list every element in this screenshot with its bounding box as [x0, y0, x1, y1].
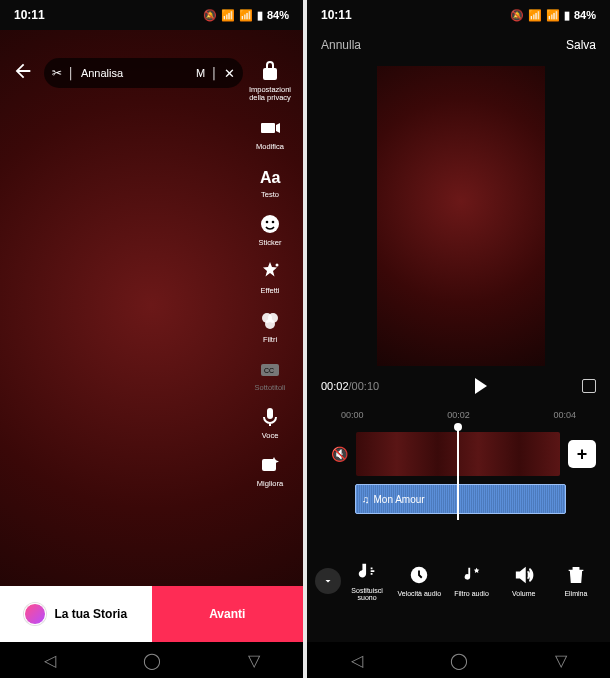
audio-clip[interactable]: ♫ Mon Amour	[355, 484, 566, 514]
svg-rect-11	[267, 408, 273, 419]
svg-rect-0	[261, 123, 275, 133]
tool-volume[interactable]: Volume	[498, 563, 550, 598]
enhance-icon	[257, 452, 283, 478]
filters-icon	[257, 308, 283, 334]
tool-text[interactable]: Aa Testo	[257, 163, 283, 199]
tool-sticker[interactable]: Sticker	[257, 211, 283, 247]
tool-label: Sottotitoli	[255, 384, 286, 392]
wifi-icon: 📶	[528, 9, 542, 22]
battery-icon: ▮	[257, 9, 263, 22]
clock: 10:11	[14, 8, 45, 22]
tool-filters[interactable]: Filtri	[257, 308, 283, 344]
clock: 10:11	[321, 8, 352, 22]
video-track[interactable]: 🔇 +	[331, 432, 596, 476]
text-icon: Aa	[257, 163, 283, 189]
editor-header: Annulla Salva	[321, 38, 596, 52]
track-extra: M	[196, 67, 205, 79]
tick: 00:02	[447, 410, 470, 420]
tick: 00:04	[553, 410, 576, 420]
content-area: ✂ │ Annalisa M │ ✕ Impostazioni della pr…	[0, 30, 303, 642]
avatar	[24, 603, 46, 625]
tool-label: Migliora	[257, 480, 283, 488]
tool-label: Filtri	[263, 336, 277, 344]
collapse-button[interactable]	[315, 568, 341, 594]
tool-audio-filter[interactable]: Filtro audio	[445, 563, 497, 598]
battery-pct: 84%	[267, 9, 289, 21]
duration-value: 00:10	[352, 380, 380, 392]
speed-icon	[407, 563, 431, 587]
music-pill[interactable]: ✂ │ Annalisa M │ ✕	[44, 58, 243, 88]
mute-icon[interactable]: 🔇	[331, 446, 348, 462]
dnd-icon: 🔕	[510, 9, 524, 22]
divider: │	[68, 67, 75, 79]
svg-text:CC: CC	[264, 367, 274, 374]
next-label: Avanti	[209, 607, 245, 621]
volume-icon	[512, 563, 536, 587]
tool-captions[interactable]: CC Sottotitoli	[255, 356, 286, 392]
tool-delete[interactable]: Elimina	[550, 563, 602, 598]
svg-point-2	[261, 215, 279, 233]
signal-icon: 📶	[546, 9, 560, 22]
editor-area: Annulla Salva 00:02/00:10 00:00 00:02 00…	[307, 30, 610, 642]
fullscreen-button[interactable]	[582, 379, 596, 393]
video-preview[interactable]	[377, 66, 545, 366]
add-clip-button[interactable]: +	[568, 440, 596, 468]
music-note-icon: ♫	[362, 494, 370, 505]
tool-edit[interactable]: Modifica	[256, 115, 284, 151]
time-row: 00:02/00:10	[321, 378, 596, 394]
your-story-button[interactable]: La tua Storia	[0, 586, 152, 642]
wifi-icon: 📶	[221, 9, 235, 22]
captions-icon: CC	[257, 356, 283, 382]
nav-back[interactable]: ◁	[44, 651, 56, 670]
divider: │	[211, 67, 218, 79]
battery-pct: 84%	[574, 9, 596, 21]
nav-home[interactable]: ◯	[450, 651, 468, 670]
audio-filter-icon	[460, 563, 484, 587]
svg-point-8	[265, 319, 275, 329]
status-icons: 🔕 📶 📶 ▮ 84%	[510, 9, 596, 22]
tool-label: Elimina	[564, 590, 587, 598]
play-button[interactable]	[475, 378, 487, 394]
tool-label: Filtro audio	[454, 590, 489, 598]
tool-label: Effetti	[260, 287, 279, 295]
edit-toolbar: Sostituisci suono Velocità audio Filtro …	[315, 560, 602, 602]
tool-label: Impostazioni della privacy	[243, 86, 297, 103]
remove-music-button[interactable]: ✕	[224, 66, 235, 81]
signal-icon: 📶	[239, 9, 253, 22]
audio-edit-screen: 10:11 🔕 📶 📶 ▮ 84% Annulla Salva 00:02/00…	[307, 0, 610, 678]
svg-point-3	[266, 221, 269, 224]
save-button[interactable]: Salva	[566, 38, 596, 52]
android-nav: ◁ ◯ ▽	[307, 642, 610, 678]
tick: 00:00	[341, 410, 364, 420]
next-button[interactable]: Avanti	[152, 586, 304, 642]
android-nav: ◁ ◯ ▽	[0, 642, 303, 678]
nav-recent[interactable]: ▽	[248, 651, 260, 670]
effects-icon	[257, 259, 283, 285]
tool-label: Voce	[262, 432, 279, 440]
nav-back[interactable]: ◁	[351, 651, 363, 670]
back-button[interactable]	[12, 60, 34, 87]
side-toolbar: Impostazioni della privacy Modifica Aa T…	[243, 58, 297, 489]
tool-enhance[interactable]: Migliora	[257, 452, 283, 488]
cancel-button[interactable]: Annulla	[321, 38, 361, 52]
status-icons: 🔕 📶 📶 ▮ 84%	[203, 9, 289, 22]
tool-label: Modifica	[256, 143, 284, 151]
svg-text:Aa: Aa	[260, 169, 281, 186]
tool-privacy[interactable]: Impostazioni della privacy	[243, 58, 297, 103]
tool-replace-sound[interactable]: Sostituisci suono	[341, 560, 393, 602]
edit-icon	[257, 115, 283, 141]
nav-recent[interactable]: ▽	[555, 651, 567, 670]
tool-speed[interactable]: Velocità audio	[393, 563, 445, 598]
tool-label: Velocità audio	[398, 590, 442, 598]
time-display: 00:02/00:10	[321, 380, 379, 392]
track-name: Annalisa	[81, 67, 190, 79]
replace-sound-icon	[355, 560, 379, 584]
playhead[interactable]	[457, 426, 459, 520]
battery-icon: ▮	[564, 9, 570, 22]
tool-label: Sostituisci suono	[341, 587, 393, 602]
tool-effects[interactable]: Effetti	[257, 259, 283, 295]
timeline-ticks: 00:00 00:02 00:04	[321, 410, 596, 420]
scissors-icon: ✂	[52, 66, 62, 80]
nav-home[interactable]: ◯	[143, 651, 161, 670]
tool-voice[interactable]: Voce	[257, 404, 283, 440]
